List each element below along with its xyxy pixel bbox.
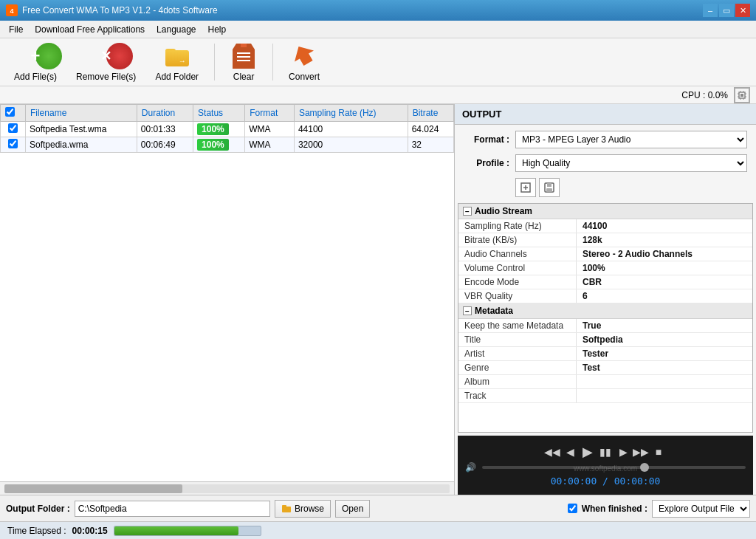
add-files-button[interactable]: Add File(s) bbox=[6, 39, 65, 86]
row-format-0: WMA bbox=[245, 122, 295, 137]
add-folder-icon: → bbox=[164, 43, 190, 69]
profile-label: Profile : bbox=[464, 158, 509, 168]
prop-album: Album bbox=[458, 375, 752, 389]
col-header-sampling: Sampling Rate (Hz) bbox=[294, 105, 408, 122]
prop-track: Track bbox=[458, 389, 752, 403]
player-time: 00:00:00 / 00:00:00 bbox=[551, 476, 661, 487]
col-header-checkbox[interactable] bbox=[1, 105, 26, 122]
audio-stream-toggle[interactable]: − bbox=[463, 207, 472, 216]
row-duration-0: 00:01:33 bbox=[137, 122, 193, 137]
prop-genre: Genre Test bbox=[458, 361, 752, 375]
prop-title: Title Softpedia bbox=[458, 333, 752, 347]
when-finished-label: When finished : bbox=[582, 504, 647, 514]
col-header-bitrate: Bitrate bbox=[408, 105, 453, 122]
format-select[interactable]: MP3 - MPEG Layer 3 Audio bbox=[515, 131, 747, 148]
add-files-icon bbox=[22, 43, 49, 69]
svg-rect-23 bbox=[546, 188, 552, 192]
svg-text:4: 4 bbox=[10, 7, 13, 15]
app-icon: 4 bbox=[6, 4, 18, 16]
player-forward-button[interactable]: ▶ bbox=[616, 444, 630, 459]
restore-button[interactable]: ▭ bbox=[719, 4, 734, 17]
volume-thumb[interactable] bbox=[640, 463, 649, 472]
file-table: Filename Duration Status Format Sampling… bbox=[0, 104, 454, 153]
file-list-panel: Filename Duration Status Format Sampling… bbox=[0, 104, 455, 495]
metadata-header[interactable]: − Metadata bbox=[458, 303, 752, 319]
prop-keep-metadata: Keep the same Metadata True bbox=[458, 319, 752, 333]
profile-buttons bbox=[464, 178, 747, 197]
remove-files-button[interactable]: Remove File(s) bbox=[68, 39, 144, 86]
svg-rect-24 bbox=[282, 507, 291, 512]
svg-rect-4 bbox=[237, 56, 250, 58]
convert-icon bbox=[291, 43, 317, 69]
player-rewind-button[interactable]: ◀ bbox=[563, 444, 577, 459]
metadata-toggle[interactable]: − bbox=[463, 306, 472, 315]
prop-encode-mode: Encode Mode CBR bbox=[458, 275, 752, 289]
cpu-label: CPU : 0.0% bbox=[681, 90, 728, 100]
cpu-indicator[interactable] bbox=[734, 87, 750, 103]
svg-rect-22 bbox=[547, 183, 551, 187]
menu-help[interactable]: Help bbox=[202, 21, 233, 38]
convert-button[interactable]: Convert bbox=[281, 39, 328, 86]
output-panel: OUTPUT Format : MP3 - MPEG Layer 3 Audio… bbox=[455, 104, 756, 495]
profile-select[interactable]: High Quality bbox=[515, 154, 747, 172]
player-prev-button[interactable]: ◀◀ bbox=[545, 444, 560, 459]
close-button[interactable]: ✕ bbox=[735, 4, 750, 17]
row-duration-1: 00:06:49 bbox=[137, 137, 193, 153]
new-profile-button[interactable] bbox=[515, 178, 536, 197]
player-next-button[interactable]: ▶▶ bbox=[633, 444, 648, 459]
row-format-1: WMA bbox=[245, 137, 295, 153]
player-stop-button[interactable]: ■ bbox=[651, 444, 666, 459]
menu-download[interactable]: Download Free Applications bbox=[29, 21, 151, 38]
time-elapsed-value: 00:00:15 bbox=[72, 526, 108, 536]
time-progress-fill bbox=[114, 526, 238, 535]
clear-button[interactable]: Clear bbox=[222, 39, 265, 86]
prop-channels: Audio Channels Stereo - 2 Audio Channels bbox=[458, 247, 752, 261]
toolbar-separator bbox=[214, 44, 215, 80]
row-checkbox-1[interactable] bbox=[8, 139, 18, 148]
col-header-format: Format bbox=[245, 105, 295, 122]
minimize-button[interactable]: – bbox=[703, 4, 718, 17]
open-button[interactable]: Open bbox=[335, 500, 370, 518]
when-finished-select[interactable]: Explore Output File bbox=[652, 500, 750, 518]
prop-vbr: VBR Quality 6 bbox=[458, 289, 752, 303]
toolbar: Add File(s) Remove File(s) → Add Folder bbox=[0, 38, 756, 86]
time-progress-bar bbox=[114, 526, 261, 536]
scroll-track[interactable] bbox=[4, 484, 450, 493]
player-play-button[interactable]: ▶ bbox=[580, 444, 595, 459]
output-path-input[interactable] bbox=[75, 501, 270, 517]
col-header-duration: Duration bbox=[137, 105, 193, 122]
row-filename-0: Softpedia Test.wma bbox=[25, 122, 137, 137]
svg-marker-7 bbox=[292, 44, 317, 69]
window-title: Free Convert WMA To MP3 V1.2 - 4dots Sof… bbox=[22, 5, 218, 16]
player-controls: ◀◀ ◀ ▶ ▮▮ ▶ ▶▶ ■ bbox=[545, 444, 666, 459]
title-bar: 4 Free Convert WMA To MP3 V1.2 - 4dots S… bbox=[0, 0, 756, 21]
file-table-scroll[interactable]: Filename Duration Status Format Sampling… bbox=[0, 104, 454, 481]
output-folder-label: Output Folder : bbox=[6, 504, 70, 514]
metadata-label: Metadata bbox=[475, 306, 513, 316]
prop-volume: Volume Control 100% bbox=[458, 261, 752, 275]
player-pause-button[interactable]: ▮▮ bbox=[598, 444, 613, 459]
add-folder-button[interactable]: → Add Folder bbox=[147, 39, 207, 86]
svg-rect-3 bbox=[237, 52, 250, 54]
table-row: Softpedia Test.wma 00:01:33 100% WMA 441… bbox=[1, 122, 454, 137]
row-checkbox-0[interactable] bbox=[8, 123, 18, 133]
col-header-filename: Filename bbox=[25, 105, 137, 122]
browse-button[interactable]: Browse bbox=[275, 500, 331, 518]
scroll-thumb[interactable] bbox=[4, 484, 182, 493]
row-status-0: 100% bbox=[193, 122, 245, 137]
menu-language[interactable]: Language bbox=[151, 21, 202, 38]
select-all-checkbox[interactable] bbox=[5, 107, 15, 117]
row-sampling-1: 32000 bbox=[294, 137, 408, 153]
audio-stream-header[interactable]: − Audio Stream bbox=[458, 204, 752, 219]
col-header-status: Status bbox=[193, 105, 245, 122]
save-profile-button[interactable] bbox=[539, 178, 560, 197]
format-row: Format : MP3 - MPEG Layer 3 Audio bbox=[464, 131, 747, 148]
toolbar-separator-2 bbox=[272, 44, 273, 80]
menu-file[interactable]: File bbox=[3, 21, 29, 38]
table-row: Softpedia.wma 00:06:49 100% WMA 32000 32 bbox=[1, 137, 454, 153]
prop-bitrate: Bitrate (KB/s) 128k bbox=[458, 233, 752, 247]
horizontal-scrollbar[interactable] bbox=[0, 481, 454, 495]
svg-rect-6 bbox=[241, 44, 247, 47]
properties-panel[interactable]: − Audio Stream Sampling Rate (Hz) 44100 … bbox=[458, 203, 753, 433]
when-finished-checkbox[interactable] bbox=[568, 504, 577, 513]
